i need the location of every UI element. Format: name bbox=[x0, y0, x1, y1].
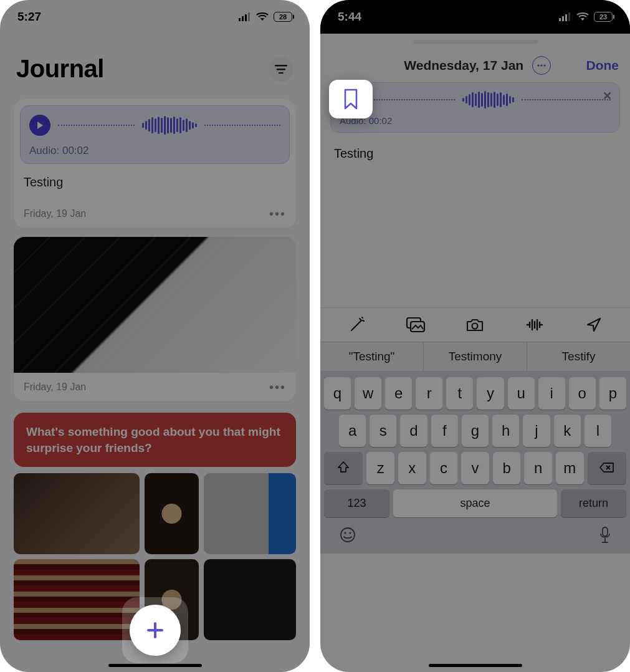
wifi-icon bbox=[256, 12, 269, 21]
waveform bbox=[462, 90, 514, 109]
svg-rect-7 bbox=[559, 18, 561, 21]
remove-audio-button[interactable]: ✕ bbox=[603, 89, 612, 103]
entry-card-1[interactable]: Audio: 00:02 Testing Friday, 19 Jan ••• bbox=[14, 99, 296, 228]
photo-library-button[interactable] bbox=[403, 317, 428, 333]
bookmark-icon bbox=[341, 88, 360, 110]
filter-button[interactable] bbox=[269, 57, 294, 82]
filter-lines-icon bbox=[275, 65, 287, 74]
key-t[interactable]: t bbox=[446, 377, 473, 410]
key-h[interactable]: h bbox=[492, 415, 519, 447]
waveform bbox=[142, 116, 197, 135]
audio-wave-icon bbox=[526, 317, 543, 332]
play-icon bbox=[36, 121, 44, 130]
key-c[interactable]: c bbox=[430, 452, 458, 484]
thumbnail[interactable] bbox=[14, 559, 140, 640]
key-j[interactable]: j bbox=[523, 415, 550, 447]
key-y[interactable]: y bbox=[477, 377, 504, 410]
key-d[interactable]: d bbox=[400, 415, 427, 447]
page-title: Journal bbox=[16, 55, 104, 83]
key-x[interactable]: x bbox=[398, 452, 426, 484]
home-indicator[interactable] bbox=[429, 664, 522, 667]
thumbnail[interactable] bbox=[145, 473, 199, 554]
emoji-button[interactable] bbox=[339, 526, 356, 546]
key-o[interactable]: o bbox=[569, 377, 596, 410]
key-v[interactable]: v bbox=[461, 452, 489, 484]
dictation-button[interactable] bbox=[599, 526, 611, 546]
entry-date: Friday, 19 Jan bbox=[24, 208, 86, 219]
location-arrow-icon bbox=[586, 317, 602, 333]
key-s[interactable]: s bbox=[370, 415, 396, 447]
key-return[interactable]: return bbox=[561, 489, 626, 517]
svg-rect-2 bbox=[245, 14, 247, 21]
reflection-prompt[interactable]: What's something good about you that mig… bbox=[14, 413, 296, 467]
entry-title: Testing bbox=[24, 175, 286, 190]
key-a[interactable]: a bbox=[339, 415, 366, 447]
key-space[interactable]: space bbox=[393, 489, 557, 517]
waveform-leading bbox=[366, 99, 455, 100]
new-entry-button[interactable] bbox=[130, 605, 181, 656]
status-time: 5:27 bbox=[17, 10, 41, 24]
audio-duration-label: Audio: 00:02 bbox=[340, 115, 611, 126]
key-z[interactable]: z bbox=[366, 452, 394, 484]
thumbnail[interactable] bbox=[204, 559, 296, 640]
thumbnail[interactable] bbox=[204, 473, 296, 554]
new-entry-fab-wrap bbox=[122, 597, 188, 663]
key-b[interactable]: b bbox=[493, 452, 521, 484]
done-button[interactable]: Done bbox=[586, 58, 619, 73]
key-backspace[interactable] bbox=[588, 452, 626, 484]
suggestion[interactable]: Testify bbox=[527, 342, 630, 371]
entry-date-heading: Wednesday, 17 Jan bbox=[404, 58, 523, 73]
home-indicator[interactable] bbox=[108, 664, 202, 667]
bookmark-button[interactable] bbox=[329, 80, 373, 118]
svg-rect-4 bbox=[275, 65, 287, 67]
key-numbers[interactable]: 123 bbox=[324, 489, 389, 517]
ai-suggest-button[interactable] bbox=[344, 317, 369, 333]
svg-rect-10 bbox=[568, 12, 570, 21]
key-n[interactable]: n bbox=[524, 452, 552, 484]
battery-icon: 23 bbox=[594, 12, 613, 22]
key-shift[interactable] bbox=[324, 452, 363, 484]
key-m[interactable]: m bbox=[556, 452, 584, 484]
sheet-drag-bar[interactable] bbox=[320, 34, 630, 49]
suggestion[interactable]: "Testing" bbox=[320, 342, 424, 371]
more-options-button[interactable] bbox=[532, 56, 551, 75]
svg-rect-9 bbox=[565, 14, 567, 21]
mic-icon bbox=[599, 526, 611, 544]
svg-point-17 bbox=[341, 528, 355, 542]
key-f[interactable]: f bbox=[431, 415, 458, 447]
camera-button[interactable] bbox=[462, 317, 487, 332]
key-l[interactable]: l bbox=[585, 415, 611, 447]
key-k[interactable]: k bbox=[554, 415, 581, 447]
status-time: 5:44 bbox=[338, 10, 361, 24]
sparkle-wand-icon bbox=[348, 317, 365, 333]
shift-icon bbox=[337, 461, 350, 473]
play-button[interactable] bbox=[29, 115, 50, 136]
key-g[interactable]: g bbox=[462, 415, 489, 447]
key-u[interactable]: u bbox=[508, 377, 535, 410]
key-w[interactable]: w bbox=[355, 377, 381, 410]
key-r[interactable]: r bbox=[416, 377, 442, 410]
key-p[interactable]: p bbox=[599, 377, 626, 410]
entry-text-input[interactable]: Testing bbox=[320, 133, 630, 307]
svg-rect-1 bbox=[242, 16, 244, 21]
key-i[interactable]: i bbox=[538, 377, 565, 410]
audio-record-button[interactable] bbox=[522, 317, 547, 332]
thumbnail[interactable] bbox=[14, 473, 140, 554]
svg-rect-3 bbox=[248, 12, 250, 21]
entry-more-button[interactable]: ••• bbox=[269, 384, 286, 390]
entry-date: Friday, 19 Jan bbox=[24, 382, 86, 393]
battery-icon: 28 bbox=[274, 12, 292, 22]
left-phone: 5:27 28 Journal bbox=[0, 0, 310, 672]
svg-rect-6 bbox=[279, 72, 284, 74]
backspace-icon bbox=[599, 462, 614, 473]
wifi-icon bbox=[576, 12, 589, 21]
entry-card-2[interactable]: Friday, 19 Jan ••• bbox=[14, 237, 296, 401]
emoji-icon bbox=[339, 526, 356, 544]
key-e[interactable]: e bbox=[385, 377, 412, 410]
location-button[interactable] bbox=[581, 317, 606, 333]
entry-more-button[interactable]: ••• bbox=[269, 211, 286, 217]
keyboard: q w e r t y u i o p a s d f g h j k l bbox=[320, 371, 630, 554]
waveform-leading bbox=[58, 125, 135, 126]
key-q[interactable]: q bbox=[324, 377, 351, 410]
suggestion[interactable]: Testimony bbox=[424, 342, 527, 371]
